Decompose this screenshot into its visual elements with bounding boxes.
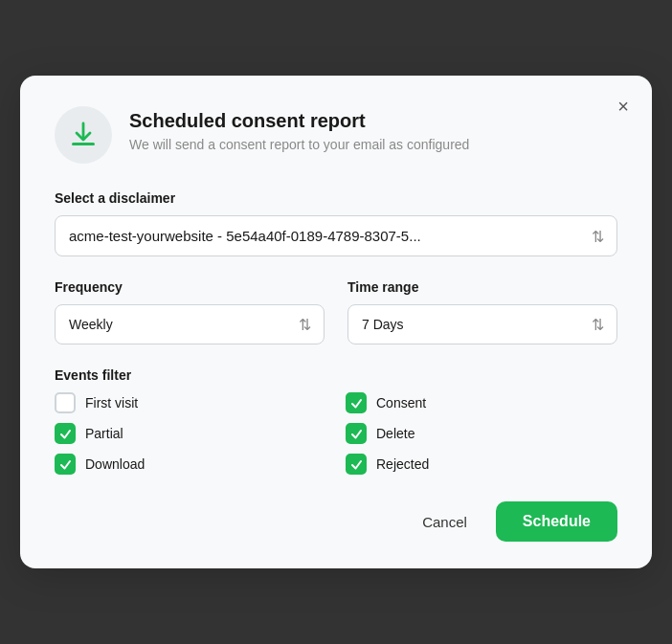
checkbox-box-consent[interactable]: [346, 392, 367, 413]
checkbox-box-rejected[interactable]: [346, 454, 367, 475]
freq-time-row: Frequency Daily Weekly Monthly ⇅ Time ra…: [55, 279, 617, 344]
time-range-label: Time range: [347, 279, 617, 295]
checkmark-icon-consent: [350, 397, 363, 410]
checkbox-delete[interactable]: Delete: [346, 423, 617, 444]
checkbox-box-download[interactable]: [55, 454, 76, 475]
disclaimer-select-wrapper: acme-test-yourwebsite - 5e54a40f-0189-47…: [55, 215, 617, 256]
modal-title: Scheduled consent report: [129, 110, 469, 132]
time-range-select-wrapper: 7 Days 30 Days 90 Days ⇅: [347, 304, 617, 344]
frequency-select[interactable]: Daily Weekly Monthly: [55, 304, 325, 344]
modal-subtitle: We will send a consent report to your em…: [129, 136, 469, 155]
checkbox-label-delete: Delete: [376, 426, 414, 441]
disclaimer-select[interactable]: acme-test-yourwebsite - 5e54a40f-0189-47…: [55, 215, 617, 256]
checkmark-icon-partial: [59, 428, 72, 440]
checkbox-rejected[interactable]: Rejected: [346, 454, 617, 475]
modal-title-block: Scheduled consent report We will send a …: [129, 106, 469, 155]
time-range-select[interactable]: 7 Days 30 Days 90 Days: [347, 304, 617, 344]
checkbox-box-partial[interactable]: [55, 423, 76, 444]
svg-rect-0: [72, 143, 95, 145]
frequency-label: Frequency: [55, 279, 325, 295]
download-icon: [68, 120, 99, 150]
frequency-select-wrapper: Daily Weekly Monthly ⇅: [55, 304, 325, 344]
cancel-button[interactable]: Cancel: [405, 504, 484, 540]
modal-footer: Cancel Schedule: [55, 501, 617, 542]
checkbox-label-partial: Partial: [85, 426, 123, 441]
modal-icon-wrap: [55, 106, 112, 164]
checkbox-consent[interactable]: Consent: [346, 392, 617, 413]
checkbox-label-rejected: Rejected: [376, 456, 429, 472]
schedule-button[interactable]: Schedule: [496, 501, 617, 542]
checkbox-label-download: Download: [85, 456, 145, 472]
checkbox-box-first-visit[interactable]: [55, 392, 76, 413]
modal-header: Scheduled consent report We will send a …: [55, 106, 617, 164]
checkmark-icon-rejected: [350, 458, 363, 471]
events-filter-label: Events filter: [55, 367, 617, 383]
time-range-group: Time range 7 Days 30 Days 90 Days ⇅: [347, 279, 617, 344]
disclaimer-section: Select a disclaimer acme-test-yourwebsit…: [55, 190, 617, 256]
close-button[interactable]: ×: [614, 93, 633, 120]
checkbox-partial[interactable]: Partial: [55, 423, 326, 444]
events-section: Events filter First visit Consent: [55, 367, 617, 475]
checkmark-icon-download: [59, 458, 72, 471]
events-grid: First visit Consent Partial: [55, 392, 617, 475]
checkbox-box-delete[interactable]: [346, 423, 367, 444]
disclaimer-label: Select a disclaimer: [55, 190, 617, 206]
checkbox-download[interactable]: Download: [55, 454, 326, 475]
modal-dialog: × Scheduled consent report We will send …: [20, 76, 652, 568]
frequency-group: Frequency Daily Weekly Monthly ⇅: [55, 279, 325, 344]
checkbox-label-first-visit: First visit: [85, 395, 138, 411]
checkbox-first-visit[interactable]: First visit: [55, 392, 326, 413]
checkmark-icon-delete: [350, 428, 363, 440]
checkbox-label-consent: Consent: [376, 395, 426, 411]
modal-overlay: × Scheduled consent report We will send …: [0, 0, 672, 644]
